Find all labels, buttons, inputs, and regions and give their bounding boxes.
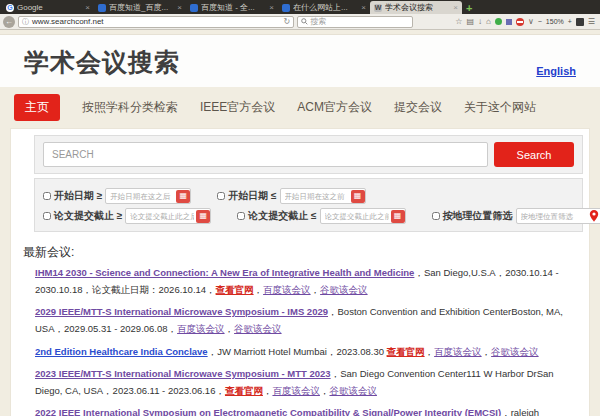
conference-entry: 2029 IEEE/MTT-S International Microwave … <box>17 304 583 337</box>
calendar-icon[interactable]: ▦ <box>176 190 190 203</box>
conference-title-link[interactable]: 2022 IEEE International Symposium on Ele… <box>35 407 501 416</box>
extension-icon[interactable] <box>506 19 512 25</box>
filter-checkbox[interactable] <box>43 212 51 220</box>
bookmark-star-icon[interactable]: ☆ <box>455 18 462 26</box>
browser-tab[interactable]: W学术会议搜索× <box>370 1 462 14</box>
home-icon[interactable]: ⌂ <box>486 18 491 26</box>
reload-icon[interactable]: ↻ <box>283 17 290 26</box>
url-bar[interactable]: ⓘ www.searchconf.net ↻ <box>18 16 294 28</box>
new-tab-button[interactable]: + <box>466 2 472 14</box>
conference-details-text: ， <box>425 346 435 357</box>
filter-input[interactable] <box>516 208 600 224</box>
conference-title-link[interactable]: 2nd Edition Healthcare India Conclave <box>35 346 208 357</box>
zoom-out-button[interactable]: − <box>538 18 542 25</box>
baidu-favicon-icon <box>190 4 198 12</box>
search-conference-link[interactable]: 谷歌该会议 <box>329 385 377 396</box>
latest-conferences-heading: 最新会议: <box>23 244 583 261</box>
baidu-favicon-icon <box>98 4 106 12</box>
menu-icon[interactable]: ☰ <box>588 18 595 26</box>
calendar-icon[interactable]: ▦ <box>351 190 365 203</box>
adblock-chevron-icon[interactable]: ∨ <box>528 18 534 26</box>
tab-close-icon[interactable]: × <box>361 3 366 12</box>
filter-label: 开始日期 ≤ <box>228 189 276 203</box>
search-conference-link[interactable]: 百度该会议 <box>177 323 225 334</box>
adblock-icon[interactable] <box>516 18 524 26</box>
browser-tab[interactable]: 在什么网站上...× <box>278 1 370 14</box>
tab-title: 百度知道_百度... <box>109 2 174 13</box>
view-official-site-link[interactable]: 查看官网 <box>387 346 425 357</box>
filter-panel: 开始日期 ≥▦开始日期 ≤▦论文提交截止 ≥▦论文提交截止 ≤▦按地理位置筛选 <box>34 178 583 232</box>
zoom-level[interactable]: 150% <box>546 18 564 25</box>
tab-close-icon[interactable]: × <box>453 3 458 12</box>
search-conference-link[interactable]: 百度该会议 <box>434 346 482 357</box>
english-link[interactable]: English <box>536 65 576 77</box>
conference-details-text: ， <box>225 323 235 334</box>
search-input[interactable] <box>43 142 488 167</box>
site-info-icon[interactable]: ⓘ <box>22 17 29 27</box>
search-conference-link[interactable]: 谷歌该会议 <box>320 284 368 295</box>
tab-close-icon[interactable]: × <box>85 3 90 12</box>
conference-details-text: ，JW Marriott Hotel Mumbai，2023.08.30 <box>208 346 387 357</box>
conference-entry: IHM14 2030 - Science and Connection: A N… <box>17 265 583 298</box>
filter-checkbox[interactable] <box>432 212 440 220</box>
filter-group: 按地理位置筛选 <box>432 208 600 224</box>
nav-item[interactable]: 按照学科分类检索 <box>82 99 178 116</box>
browser-tab[interactable]: 百度知道_百度...× <box>94 1 186 14</box>
conference-title-link[interactable]: 2023 IEEE/MTT-S International Microwave … <box>35 368 331 379</box>
tab-title: 百度知道 - 全... <box>201 2 266 13</box>
filter-label: 按地理位置筛选 <box>443 209 513 223</box>
filter-group: 论文提交截止 ≤▦ <box>237 208 405 224</box>
page: 学术会议搜索 English 主页按照学科分类检索IEEE官方会议ACM官方会议… <box>0 30 600 416</box>
search-conference-link[interactable]: 谷歌该会议 <box>491 346 539 357</box>
filter-checkbox[interactable] <box>43 192 51 200</box>
search-conference-link[interactable]: 百度该会议 <box>272 385 320 396</box>
tab-title: 学术会议搜索 <box>385 2 450 13</box>
search-panel: Search <box>34 135 583 174</box>
search-button[interactable]: Search <box>494 142 574 167</box>
search-conference-link[interactable]: 百度该会议 <box>263 284 311 295</box>
downloads-icon[interactable]: ↓ <box>478 18 482 26</box>
back-button[interactable]: ← <box>3 16 15 28</box>
conference-details-text: ， <box>311 284 321 295</box>
conference-title-link[interactable]: 2029 IEEE/MTT-S International Microwave … <box>35 306 328 317</box>
screenshot-icon[interactable] <box>576 18 584 26</box>
browser-tab-bar: GGoogle×百度知道_百度...×百度知道 - 全...×在什么网站上...… <box>0 0 600 14</box>
browser-tab[interactable]: 百度知道 - 全...× <box>186 1 278 14</box>
nav-item[interactable]: 关于这个网站 <box>464 99 536 116</box>
tab-close-icon[interactable]: × <box>269 3 274 12</box>
zoom-in-button[interactable]: + <box>568 18 572 25</box>
conference-details-text: ， <box>254 284 264 295</box>
conference-list: IHM14 2030 - Science and Connection: A N… <box>17 265 583 416</box>
w-favicon-icon: W <box>374 4 382 12</box>
nav-item[interactable]: 主页 <box>14 94 60 121</box>
conference-entry: 2022 IEEE International Symposium on Ele… <box>17 405 583 416</box>
filter-label: 开始日期 ≥ <box>54 189 102 203</box>
url-text: www.searchconf.net <box>32 17 104 26</box>
pocket-icon[interactable]: ▤ <box>466 18 474 26</box>
nav-item[interactable]: ACM官方会议 <box>297 99 372 116</box>
conference-entry: 2023 IEEE/MTT-S International Microwave … <box>17 366 583 399</box>
browser-tab[interactable]: GGoogle× <box>2 1 94 14</box>
filter-checkbox[interactable] <box>237 212 245 220</box>
view-official-site-link[interactable]: 查看官网 <box>225 385 263 396</box>
filter-checkbox[interactable] <box>217 192 225 200</box>
search-icon <box>301 18 308 25</box>
filter-group: 论文提交截止 ≥▦ <box>43 208 211 224</box>
filter-group: 开始日期 ≥▦ <box>43 188 191 204</box>
tab-close-icon[interactable]: × <box>177 3 182 12</box>
calendar-icon[interactable]: ▦ <box>196 210 210 223</box>
nav-item[interactable]: 提交会议 <box>394 99 442 116</box>
baidu-favicon-icon <box>282 4 290 12</box>
proxy-status-icon[interactable] <box>495 18 502 25</box>
search-conference-link[interactable]: 谷歌该会议 <box>234 323 282 334</box>
calendar-icon[interactable]: ▦ <box>391 210 405 223</box>
tab-title: Google <box>17 3 82 12</box>
filter-group: 开始日期 ≤▦ <box>217 188 365 204</box>
google-favicon-icon: G <box>6 4 14 12</box>
browser-search-field[interactable]: 搜索 <box>297 16 413 28</box>
tab-title: 在什么网站上... <box>293 2 358 13</box>
conference-title-link[interactable]: IHM14 2030 - Science and Connection: A N… <box>35 267 414 278</box>
view-official-site-link[interactable]: 查看官网 <box>216 284 254 295</box>
nav-item[interactable]: IEEE官方会议 <box>200 99 275 116</box>
browser-search-placeholder: 搜索 <box>310 16 326 27</box>
